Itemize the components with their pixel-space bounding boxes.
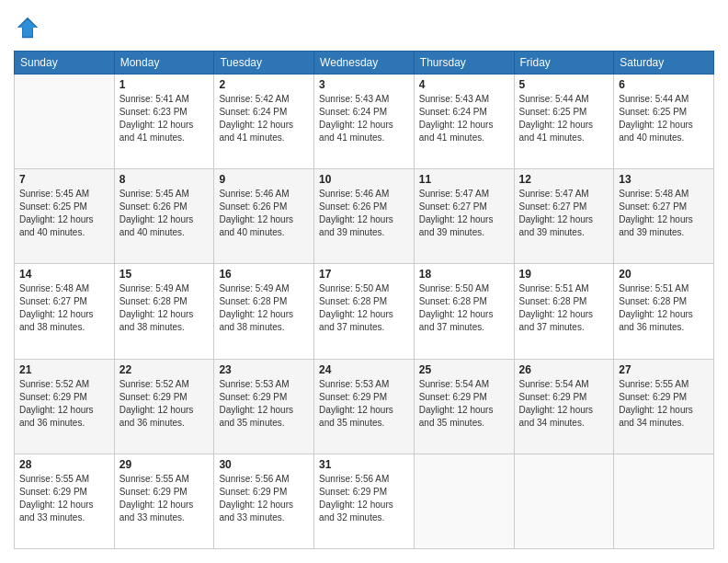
day-number: 3 [319,78,409,91]
calendar-cell: 11Sunrise: 5:47 AM Sunset: 6:27 PM Dayli… [414,169,514,264]
weekday-header-tuesday: Tuesday [214,52,314,75]
day-info: Sunrise: 5:43 AM Sunset: 6:24 PM Dayligh… [319,93,409,144]
calendar-cell: 27Sunrise: 5:55 AM Sunset: 6:29 PM Dayli… [614,359,714,454]
weekday-header-wednesday: Wednesday [314,52,415,75]
day-number: 29 [119,458,210,471]
calendar-cell: 17Sunrise: 5:50 AM Sunset: 6:28 PM Dayli… [314,264,415,359]
calendar-cell: 21Sunrise: 5:52 AM Sunset: 6:29 PM Dayli… [15,359,115,454]
calendar-cell: 13Sunrise: 5:48 AM Sunset: 6:27 PM Dayli… [614,169,714,264]
day-info: Sunrise: 5:51 AM Sunset: 6:28 PM Dayligh… [519,282,609,334]
day-number: 30 [219,458,309,471]
calendar-week-5: 28Sunrise: 5:55 AM Sunset: 6:29 PM Dayli… [15,454,714,548]
calendar-cell: 19Sunrise: 5:51 AM Sunset: 6:28 PM Dayli… [514,264,614,359]
day-number: 6 [619,78,709,91]
day-info: Sunrise: 5:49 AM Sunset: 6:28 PM Dayligh… [219,282,309,334]
weekday-header-thursday: Thursday [414,52,514,75]
day-number: 1 [119,78,210,91]
calendar-cell: 15Sunrise: 5:49 AM Sunset: 6:28 PM Dayli… [114,264,214,359]
calendar-cell: 8Sunrise: 5:45 AM Sunset: 6:26 PM Daylig… [114,169,214,264]
calendar-table: SundayMondayTuesdayWednesdayThursdayFrid… [14,51,714,549]
day-info: Sunrise: 5:54 AM Sunset: 6:29 PM Dayligh… [519,378,609,430]
calendar-cell: 2Sunrise: 5:42 AM Sunset: 6:24 PM Daylig… [214,75,314,169]
day-number: 17 [319,268,409,281]
calendar-cell [15,75,115,169]
calendar-cell: 20Sunrise: 5:51 AM Sunset: 6:28 PM Dayli… [614,264,714,359]
calendar-cell [614,454,714,548]
day-number: 26 [519,363,609,376]
weekday-header-monday: Monday [114,52,214,75]
calendar-cell: 25Sunrise: 5:54 AM Sunset: 6:29 PM Dayli… [414,359,514,454]
day-info: Sunrise: 5:49 AM Sunset: 6:28 PM Dayligh… [119,282,210,334]
day-info: Sunrise: 5:55 AM Sunset: 6:29 PM Dayligh… [619,378,709,430]
day-info: Sunrise: 5:43 AM Sunset: 6:24 PM Dayligh… [419,93,509,144]
calendar-cell: 30Sunrise: 5:56 AM Sunset: 6:29 PM Dayli… [214,454,314,548]
calendar-week-1: 1Sunrise: 5:41 AM Sunset: 6:23 PM Daylig… [15,75,714,169]
day-info: Sunrise: 5:45 AM Sunset: 6:25 PM Dayligh… [19,188,109,239]
day-number: 9 [219,173,309,186]
day-number: 22 [119,363,210,376]
weekday-header-saturday: Saturday [614,52,714,75]
calendar-cell: 14Sunrise: 5:48 AM Sunset: 6:27 PM Dayli… [15,264,115,359]
calendar-cell: 26Sunrise: 5:54 AM Sunset: 6:29 PM Dayli… [514,359,614,454]
day-number: 11 [419,173,509,186]
day-info: Sunrise: 5:50 AM Sunset: 6:28 PM Dayligh… [419,282,509,334]
day-number: 18 [419,268,509,281]
day-number: 4 [419,78,509,91]
calendar-cell: 1Sunrise: 5:41 AM Sunset: 6:23 PM Daylig… [114,75,214,169]
calendar-cell: 18Sunrise: 5:50 AM Sunset: 6:28 PM Dayli… [414,264,514,359]
day-number: 10 [319,173,409,186]
calendar-cell: 22Sunrise: 5:52 AM Sunset: 6:29 PM Dayli… [114,359,214,454]
day-number: 16 [219,268,309,281]
day-info: Sunrise: 5:46 AM Sunset: 6:26 PM Dayligh… [219,188,309,239]
day-info: Sunrise: 5:42 AM Sunset: 6:24 PM Dayligh… [219,93,309,144]
day-number: 25 [419,363,509,376]
calendar-cell: 6Sunrise: 5:44 AM Sunset: 6:25 PM Daylig… [614,75,714,169]
logo [14,14,45,41]
calendar-cell: 5Sunrise: 5:44 AM Sunset: 6:25 PM Daylig… [514,75,614,169]
weekday-header-sunday: Sunday [15,52,115,75]
day-number: 14 [19,268,109,281]
day-info: Sunrise: 5:53 AM Sunset: 6:29 PM Dayligh… [319,378,409,430]
day-info: Sunrise: 5:44 AM Sunset: 6:25 PM Dayligh… [619,93,709,144]
calendar-cell: 16Sunrise: 5:49 AM Sunset: 6:28 PM Dayli… [214,264,314,359]
day-info: Sunrise: 5:55 AM Sunset: 6:29 PM Dayligh… [119,473,210,524]
day-info: Sunrise: 5:52 AM Sunset: 6:29 PM Dayligh… [19,378,109,430]
day-info: Sunrise: 5:51 AM Sunset: 6:28 PM Dayligh… [619,282,709,334]
weekday-header-row: SundayMondayTuesdayWednesdayThursdayFrid… [15,52,714,75]
svg-marker-1 [18,19,37,37]
day-info: Sunrise: 5:52 AM Sunset: 6:29 PM Dayligh… [119,378,210,430]
day-info: Sunrise: 5:48 AM Sunset: 6:27 PM Dayligh… [19,282,109,334]
day-info: Sunrise: 5:50 AM Sunset: 6:28 PM Dayligh… [319,282,409,334]
day-info: Sunrise: 5:56 AM Sunset: 6:29 PM Dayligh… [319,473,409,524]
day-number: 23 [219,363,309,376]
day-info: Sunrise: 5:46 AM Sunset: 6:26 PM Dayligh… [319,188,409,239]
day-info: Sunrise: 5:45 AM Sunset: 6:26 PM Dayligh… [119,188,210,239]
calendar-cell: 4Sunrise: 5:43 AM Sunset: 6:24 PM Daylig… [414,75,514,169]
day-number: 2 [219,78,309,91]
day-info: Sunrise: 5:48 AM Sunset: 6:27 PM Dayligh… [619,188,709,239]
logo-icon [14,14,41,41]
calendar-cell: 28Sunrise: 5:55 AM Sunset: 6:29 PM Dayli… [15,454,115,548]
day-info: Sunrise: 5:54 AM Sunset: 6:29 PM Dayligh… [419,378,509,430]
calendar-cell: 31Sunrise: 5:56 AM Sunset: 6:29 PM Dayli… [314,454,415,548]
calendar-week-4: 21Sunrise: 5:52 AM Sunset: 6:29 PM Dayli… [15,359,714,454]
day-number: 20 [619,268,709,281]
calendar-cell: 7Sunrise: 5:45 AM Sunset: 6:25 PM Daylig… [15,169,115,264]
day-info: Sunrise: 5:47 AM Sunset: 6:27 PM Dayligh… [419,188,509,239]
day-info: Sunrise: 5:53 AM Sunset: 6:29 PM Dayligh… [219,378,309,430]
day-info: Sunrise: 5:47 AM Sunset: 6:27 PM Dayligh… [519,188,609,239]
calendar-cell: 23Sunrise: 5:53 AM Sunset: 6:29 PM Dayli… [214,359,314,454]
calendar-cell [514,454,614,548]
day-number: 13 [619,173,709,186]
day-number: 7 [19,173,109,186]
day-number: 21 [19,363,109,376]
day-number: 15 [119,268,210,281]
day-number: 8 [119,173,210,186]
calendar-cell: 10Sunrise: 5:46 AM Sunset: 6:26 PM Dayli… [314,169,415,264]
day-number: 24 [319,363,409,376]
day-info: Sunrise: 5:56 AM Sunset: 6:29 PM Dayligh… [219,473,309,524]
calendar-week-3: 14Sunrise: 5:48 AM Sunset: 6:27 PM Dayli… [15,264,714,359]
day-number: 12 [519,173,609,186]
day-number: 5 [519,78,609,91]
day-info: Sunrise: 5:55 AM Sunset: 6:29 PM Dayligh… [19,473,109,524]
